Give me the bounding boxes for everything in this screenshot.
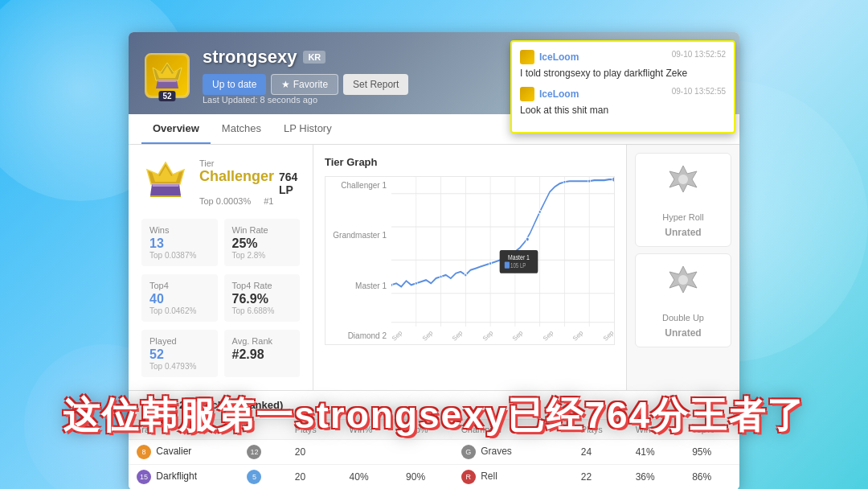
chinese-text: 这位韩服第一strongsexy已经764分王者了 (0, 391, 868, 441)
chart-x-labels: Sep Sep Sep Sep Sep Sep Sep Sep (391, 327, 614, 344)
wins-value: 13 (149, 236, 210, 251)
tier-lp: 764 LP (279, 171, 300, 196)
svg-rect-32 (505, 261, 510, 268)
table-row: 8 Cavalier 12 20 G Graves 24 41% (129, 440, 739, 465)
mode-name-hyper-roll: Hyper Roll (662, 212, 703, 222)
y-label-0: Challenger 1 (326, 181, 387, 190)
chat-time-1: 09-10 13:52:55 (672, 87, 726, 101)
chat-author-name-0: IceLoom (539, 51, 579, 63)
winpct-cavalier (342, 440, 398, 465)
avgrank-label: Avg. Rank (232, 336, 293, 346)
trait-icon2-cavalier: 12 (239, 440, 286, 465)
chat-author-name-1: IceLoom (539, 88, 579, 100)
player-name: strongsexy (203, 47, 297, 68)
chat-message-0: IceLoom 09-10 13:52:52 I told strongsexy… (520, 50, 726, 79)
bottom-text-overlay: 这位韩服第一strongsexy已经764分王者了 (0, 391, 868, 441)
chat-author-icon-0 (520, 50, 534, 64)
top4rate-stat: Top4 Rate 76.9% Top 6.688% (224, 274, 301, 322)
hyper-roll-icon (663, 162, 703, 208)
svg-point-22 (465, 273, 467, 277)
trait-icon2-darkflight: 5 (239, 465, 286, 490)
top4-value: 40 (149, 292, 210, 306)
hyper-roll-svg (663, 162, 703, 202)
tier-info: Tier Challenger 764 LP Top 0.0003% #1 (199, 158, 300, 206)
chart-area: Challenger 1 Grandmaster 1 Master 1 Diam… (325, 176, 615, 345)
chart-panel: Tier Graph Challenger 1 Grandmaster 1 Ma… (313, 145, 627, 390)
svg-point-25 (526, 237, 529, 241)
played-label: Played (149, 336, 210, 346)
double-up-svg (663, 262, 703, 302)
cwinpct-graves: 41% (628, 440, 684, 465)
x-label: Sep (571, 329, 584, 342)
chart-title: Tier Graph (325, 156, 615, 168)
stats-grid: Wins 13 Top 0.0387% Win Rate 25% Top 2.8… (141, 219, 300, 377)
svg-point-20 (415, 281, 417, 285)
x-label: Sep (511, 329, 524, 342)
content-area: Tier Challenger 764 LP Top 0.0003% #1 Wi… (129, 145, 739, 390)
right-panel: Hyper Roll Unrated Double Up Unrated (627, 145, 739, 390)
x-label: Sep (451, 329, 464, 342)
chat-text-0: I told strongsexy to play darkflight Zek… (520, 68, 726, 79)
winrate-sub: Top 2.8% (232, 251, 293, 260)
x-label: Sep (391, 329, 403, 342)
champ-graves: G Graves (453, 440, 550, 465)
favorite-button[interactable]: ★ Favorite (271, 74, 338, 95)
trait-icon-darkflight: 15 (137, 470, 151, 484)
avgrank-stat: Avg. Rank #2.98 (224, 330, 301, 377)
rank-icon-svg (151, 60, 183, 92)
mode-name-double-up: Double Up (662, 313, 704, 323)
chat-text-1: Look at this shit man (520, 105, 726, 116)
chat-author-icon-1 (520, 87, 534, 101)
challenger-icon (144, 160, 188, 204)
winrate-stat: Win Rate 25% Top 2.8% (224, 219, 301, 266)
trait-icon2: 12 (247, 445, 261, 459)
svg-point-28 (588, 179, 591, 183)
tier-name: Challenger (199, 168, 274, 185)
tab-overview[interactable]: Overview (141, 114, 211, 144)
player-icon-img (147, 55, 187, 96)
rell-icon: R (461, 470, 476, 484)
chat-author-1: IceLoom (520, 87, 579, 101)
tier-label: Tier (199, 158, 300, 168)
avgrank-value: #2.98 (232, 347, 293, 362)
ctoppct-rell: 86% (684, 465, 739, 490)
cplays-rell: 22 (573, 465, 628, 490)
svg-point-29 (612, 177, 614, 182)
winpct-darkflight: 40% (342, 465, 398, 490)
chat-msg-header-0: IceLoom 09-10 13:52:52 (520, 50, 726, 64)
tier-icon (141, 158, 190, 206)
chat-overlay: IceLoom 09-10 13:52:52 I told strongsexy… (510, 40, 735, 134)
wins-sub: Top 0.0387% (149, 251, 210, 260)
tab-lp-history[interactable]: LP History (272, 114, 343, 144)
mode-card-double-up: Double Up Unrated (635, 253, 731, 347)
toppct-darkflight: 90% (398, 465, 453, 490)
top4rate-value: 76.9% (232, 292, 293, 306)
svg-point-26 (538, 210, 541, 213)
played-sub: Top 0.4793% (149, 362, 210, 371)
svg-point-23 (489, 261, 492, 265)
report-button[interactable]: Set Report (343, 74, 408, 95)
ctoppct-graves: 95% (684, 440, 739, 465)
top4-label: Top4 (149, 281, 210, 290)
champ-rell: R Rell (453, 465, 550, 490)
played-value: 52 (149, 347, 210, 362)
table-row: 15 Darkflight 5 20 40% 90% R Rell 22 (129, 465, 739, 490)
y-label-2: Master 1 (326, 281, 387, 290)
chat-message-1: IceLoom 09-10 13:52:55 Look at this shit… (520, 87, 726, 116)
trait-name-cavalier: 8 Cavalier (129, 440, 239, 465)
mode-rating-hyper-roll: Unrated (665, 227, 701, 238)
top4rate-sub: Top 6.688% (232, 306, 293, 315)
svg-text:105 LP: 105 LP (510, 261, 526, 269)
player-level-badge: 52 (158, 91, 175, 101)
update-button[interactable]: Up to date (203, 74, 266, 95)
trait-name-darkflight: 15 Darkflight (129, 465, 239, 490)
champ-icon2-graves (550, 440, 573, 465)
tab-matches[interactable]: Matches (211, 114, 272, 144)
x-label: Sep (602, 329, 614, 342)
mode-rating-double-up: Unrated (665, 327, 701, 339)
chat-time-0: 09-10 13:52:52 (672, 50, 726, 64)
x-label: Sep (481, 329, 493, 342)
cplays-graves: 24 (573, 440, 628, 465)
wins-stat: Wins 13 Top 0.0387% (141, 219, 218, 266)
tier-rank: #1 (264, 196, 273, 206)
